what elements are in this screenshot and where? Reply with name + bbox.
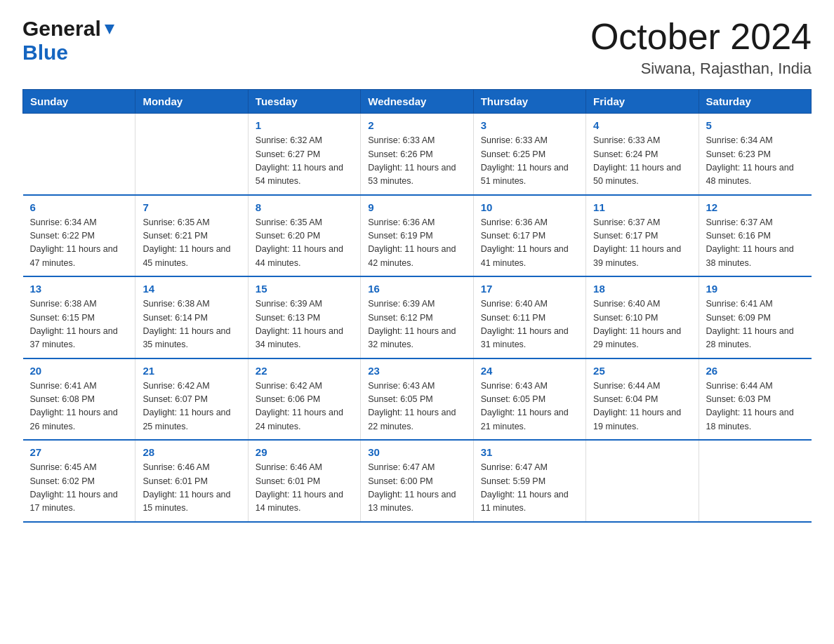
calendar-week-row: 6Sunrise: 6:34 AM Sunset: 6:22 PM Daylig… [23,195,812,277]
month-title: October 2024 [590,17,812,57]
day-of-week-header: Wednesday [361,90,473,114]
calendar-cell: 3Sunrise: 6:33 AM Sunset: 6:25 PM Daylig… [473,114,585,195]
day-number: 16 [368,283,465,295]
day-info: Sunrise: 6:43 AM Sunset: 6:05 PM Dayligh… [481,380,578,434]
calendar-cell: 23Sunrise: 6:43 AM Sunset: 6:05 PM Dayli… [361,358,473,441]
day-of-week-header: Monday [135,90,248,114]
day-number: 23 [368,365,465,377]
calendar-cell: 31Sunrise: 6:47 AM Sunset: 5:59 PM Dayli… [473,440,585,522]
calendar-cell: 10Sunrise: 6:36 AM Sunset: 6:17 PM Dayli… [473,195,585,277]
day-number: 9 [368,201,465,213]
calendar-cell: 30Sunrise: 6:47 AM Sunset: 6:00 PM Dayli… [361,440,473,522]
day-number: 14 [143,283,240,295]
day-number: 17 [481,283,578,295]
day-info: Sunrise: 6:41 AM Sunset: 6:09 PM Dayligh… [706,297,805,352]
day-number: 27 [30,446,128,458]
calendar-cell: 20Sunrise: 6:41 AM Sunset: 6:08 PM Dayli… [23,358,135,441]
day-number: 6 [30,201,128,213]
day-info: Sunrise: 6:33 AM Sunset: 6:26 PM Dayligh… [368,134,465,189]
logo: General Blue [22,17,116,65]
calendar-cell: 24Sunrise: 6:43 AM Sunset: 6:05 PM Dayli… [473,358,585,441]
calendar-cell: 6Sunrise: 6:34 AM Sunset: 6:22 PM Daylig… [23,195,135,277]
calendar-cell: 2Sunrise: 6:33 AM Sunset: 6:26 PM Daylig… [361,114,473,195]
day-info: Sunrise: 6:34 AM Sunset: 6:23 PM Dayligh… [706,134,805,189]
day-info: Sunrise: 6:40 AM Sunset: 6:10 PM Dayligh… [593,297,691,352]
day-of-week-header: Thursday [473,90,585,114]
calendar-cell: 9Sunrise: 6:36 AM Sunset: 6:19 PM Daylig… [361,195,473,277]
title-block: October 2024 Siwana, Rajasthan, India [590,17,812,78]
calendar-cell: 7Sunrise: 6:35 AM Sunset: 6:21 PM Daylig… [135,195,248,277]
day-info: Sunrise: 6:33 AM Sunset: 6:25 PM Dayligh… [481,134,578,189]
day-info: Sunrise: 6:46 AM Sunset: 6:01 PM Dayligh… [256,461,353,516]
day-info: Sunrise: 6:37 AM Sunset: 6:16 PM Dayligh… [706,216,805,271]
day-info: Sunrise: 6:33 AM Sunset: 6:24 PM Dayligh… [593,134,691,189]
calendar-cell [699,440,811,522]
day-number: 12 [706,201,805,213]
day-info: Sunrise: 6:46 AM Sunset: 6:01 PM Dayligh… [143,461,240,516]
calendar-cell: 12Sunrise: 6:37 AM Sunset: 6:16 PM Dayli… [699,195,811,277]
day-number: 11 [593,201,691,213]
day-number: 19 [706,283,805,295]
day-info: Sunrise: 6:36 AM Sunset: 6:19 PM Dayligh… [368,216,465,271]
calendar-cell [23,114,135,195]
logo-arrow-icon [103,23,116,39]
day-number: 28 [143,446,240,458]
day-number: 31 [481,446,578,458]
day-number: 24 [481,365,578,377]
calendar-cell: 19Sunrise: 6:41 AM Sunset: 6:09 PM Dayli… [699,276,811,358]
day-info: Sunrise: 6:47 AM Sunset: 6:00 PM Dayligh… [368,461,465,516]
day-number: 7 [143,201,240,213]
day-number: 3 [481,119,578,131]
day-info: Sunrise: 6:39 AM Sunset: 6:13 PM Dayligh… [256,297,353,352]
page-header: General Blue October 2024 Siwana, Rajast… [22,17,812,78]
day-info: Sunrise: 6:36 AM Sunset: 6:17 PM Dayligh… [481,216,578,271]
calendar-cell: 25Sunrise: 6:44 AM Sunset: 6:04 PM Dayli… [586,358,699,441]
calendar-header-row: SundayMondayTuesdayWednesdayThursdayFrid… [23,90,812,114]
day-info: Sunrise: 6:44 AM Sunset: 6:03 PM Dayligh… [706,380,805,434]
calendar-cell: 26Sunrise: 6:44 AM Sunset: 6:03 PM Dayli… [699,358,811,441]
day-number: 5 [706,119,805,131]
location-title: Siwana, Rajasthan, India [590,60,812,78]
day-number: 13 [30,283,128,295]
calendar-cell: 21Sunrise: 6:42 AM Sunset: 6:07 PM Dayli… [135,358,248,441]
day-info: Sunrise: 6:38 AM Sunset: 6:15 PM Dayligh… [30,297,128,352]
calendar-cell [586,440,699,522]
day-info: Sunrise: 6:39 AM Sunset: 6:12 PM Dayligh… [368,297,465,352]
day-info: Sunrise: 6:47 AM Sunset: 5:59 PM Dayligh… [481,461,578,516]
calendar-cell [135,114,248,195]
day-number: 15 [256,283,353,295]
calendar-cell: 28Sunrise: 6:46 AM Sunset: 6:01 PM Dayli… [135,440,248,522]
day-info: Sunrise: 6:35 AM Sunset: 6:21 PM Dayligh… [143,216,240,271]
day-number: 26 [706,365,805,377]
day-info: Sunrise: 6:32 AM Sunset: 6:27 PM Dayligh… [256,134,353,189]
calendar-cell: 5Sunrise: 6:34 AM Sunset: 6:23 PM Daylig… [699,114,811,195]
day-number: 20 [30,365,128,377]
day-number: 30 [368,446,465,458]
day-number: 4 [593,119,691,131]
calendar-cell: 15Sunrise: 6:39 AM Sunset: 6:13 PM Dayli… [248,276,360,358]
day-info: Sunrise: 6:42 AM Sunset: 6:07 PM Dayligh… [143,380,240,434]
calendar-cell: 11Sunrise: 6:37 AM Sunset: 6:17 PM Dayli… [586,195,699,277]
day-of-week-header: Sunday [23,90,135,114]
day-number: 25 [593,365,691,377]
day-number: 8 [256,201,353,213]
calendar-cell: 1Sunrise: 6:32 AM Sunset: 6:27 PM Daylig… [248,114,360,195]
calendar-week-row: 20Sunrise: 6:41 AM Sunset: 6:08 PM Dayli… [23,358,812,441]
day-number: 21 [143,365,240,377]
calendar-cell: 4Sunrise: 6:33 AM Sunset: 6:24 PM Daylig… [586,114,699,195]
calendar-week-row: 1Sunrise: 6:32 AM Sunset: 6:27 PM Daylig… [23,114,812,195]
calendar-cell: 17Sunrise: 6:40 AM Sunset: 6:11 PM Dayli… [473,276,585,358]
calendar-table: SundayMondayTuesdayWednesdayThursdayFrid… [22,89,812,523]
calendar-week-row: 27Sunrise: 6:45 AM Sunset: 6:02 PM Dayli… [23,440,812,522]
calendar-cell: 29Sunrise: 6:46 AM Sunset: 6:01 PM Dayli… [248,440,360,522]
day-number: 1 [256,119,353,131]
day-info: Sunrise: 6:37 AM Sunset: 6:17 PM Dayligh… [593,216,691,271]
day-number: 2 [368,119,465,131]
day-info: Sunrise: 6:43 AM Sunset: 6:05 PM Dayligh… [368,380,465,434]
day-of-week-header: Saturday [699,90,811,114]
calendar-cell: 13Sunrise: 6:38 AM Sunset: 6:15 PM Dayli… [23,276,135,358]
day-info: Sunrise: 6:38 AM Sunset: 6:14 PM Dayligh… [143,297,240,352]
day-of-week-header: Friday [586,90,699,114]
calendar-cell: 8Sunrise: 6:35 AM Sunset: 6:20 PM Daylig… [248,195,360,277]
day-info: Sunrise: 6:34 AM Sunset: 6:22 PM Dayligh… [30,216,128,271]
